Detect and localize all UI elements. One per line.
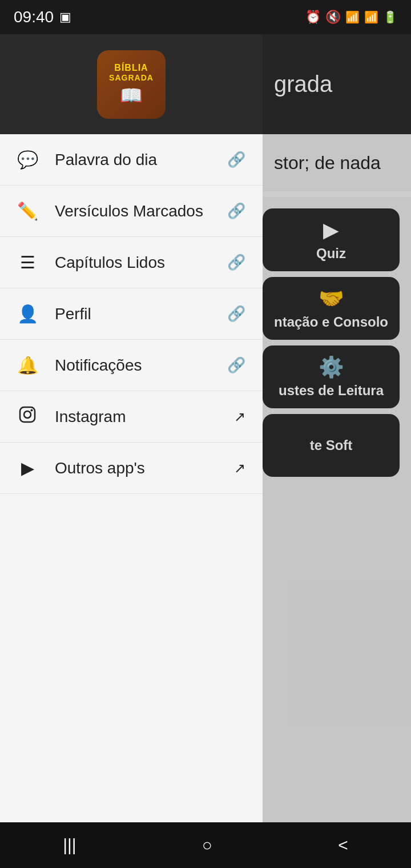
screen-icon: ▣	[59, 10, 71, 25]
navigation-drawer: BÍBLIA SAGRADA 📖 💬 Palavra do dia 🔗 ✏️ V…	[0, 34, 263, 868]
itesoft-button[interactable]: te Soft	[263, 414, 400, 477]
outros-label: Outros app's	[55, 459, 145, 477]
battery-icon: 🔋	[383, 10, 397, 24]
back-icon: <	[338, 835, 348, 855]
status-bar: 09:40 ▣ ⏰ 🔇 📶 📶 🔋	[0, 0, 411, 34]
wifi-icon: 📶	[345, 10, 360, 24]
perfil-arrow: 🔗	[227, 305, 245, 323]
capitulos-arrow: 🔗	[227, 254, 245, 271]
notificacoes-arrow: 🔗	[227, 356, 245, 374]
menu-item-perfil[interactable]: 👤 Perfil 🔗	[0, 288, 263, 340]
versiculos-icon: ✏️	[17, 201, 38, 221]
palavra-dia-label: Palavra do dia	[55, 151, 157, 169]
alarm-icon: ⏰	[305, 10, 321, 25]
menu-item-left-outros: ▶ Outros app's	[17, 458, 145, 478]
perfil-label: Perfil	[55, 305, 91, 323]
perfil-icon: 👤	[17, 304, 38, 324]
outros-icon: ▶	[17, 458, 38, 478]
itesoft-label: te Soft	[310, 437, 353, 453]
verse-text: stor; de nada	[274, 152, 381, 174]
nav-back-button[interactable]: <	[321, 830, 365, 861]
menu-item-left-notificacoes: 🔔 Notificações	[17, 355, 142, 375]
instagram-icon	[17, 406, 38, 427]
bottom-navigation: ||| ○ <	[0, 822, 411, 868]
mute-icon: 🔇	[325, 10, 341, 25]
app-logo: BÍBLIA SAGRADA 📖	[97, 50, 166, 119]
logo-title-line2: SAGRADA	[109, 73, 154, 82]
logo-book-icon: 📖	[120, 85, 143, 106]
palavra-dia-arrow: 🔗	[227, 151, 245, 168]
status-icons-group: ⏰ 🔇 📶 📶 🔋	[305, 10, 397, 25]
notificacoes-label: Notificações	[55, 356, 142, 375]
versiculos-arrow: 🔗	[227, 202, 245, 220]
menu-item-outros[interactable]: ▶ Outros app's ↗	[0, 443, 263, 494]
recent-icon: |||	[63, 835, 76, 855]
svg-rect-0	[20, 407, 35, 422]
menu-item-left-instagram: Instagram	[17, 406, 126, 427]
versiculos-label: Versículos Marcados	[55, 202, 203, 220]
consolacao-button[interactable]: 🤝 ntação e Consolo	[263, 277, 400, 340]
logo-title-line1: BÍBLIA	[114, 63, 148, 73]
quiz-label: Quiz	[316, 246, 346, 262]
svg-point-1	[24, 411, 31, 418]
home-icon: ○	[202, 835, 212, 855]
menu-item-left-palavra: 💬 Palavra do dia	[17, 150, 157, 170]
palavra-dia-icon: 💬	[17, 150, 38, 170]
instagram-label: Instagram	[55, 408, 126, 426]
capitulos-label: Capítulos Lidos	[55, 254, 165, 272]
nav-recent-button[interactable]: |||	[46, 830, 93, 861]
menu-item-notificacoes[interactable]: 🔔 Notificações 🔗	[0, 340, 263, 391]
signal-icon: 📶	[364, 10, 378, 24]
menu-item-versiculos[interactable]: ✏️ Versículos Marcados 🔗	[0, 186, 263, 237]
status-time-area: 09:40 ▣	[14, 8, 71, 26]
instagram-arrow: ↗	[234, 409, 245, 425]
menu-item-left-capitulos: ☰ Capítulos Lidos	[17, 252, 165, 272]
right-header-title: grada	[274, 71, 332, 97]
drawer-header: BÍBLIA SAGRADA 📖	[0, 34, 263, 134]
svg-point-2	[31, 409, 33, 412]
quiz-icon: ▶	[323, 218, 339, 242]
nav-home-button[interactable]: ○	[185, 830, 229, 861]
consolacao-label: ntação e Consolo	[274, 314, 388, 330]
time-display: 09:40	[14, 8, 54, 26]
quiz-button[interactable]: ▶ Quiz	[263, 208, 400, 271]
menu-item-left-perfil: 👤 Perfil	[17, 304, 91, 324]
ajustes-icon: ⚙️	[319, 355, 344, 379]
notificacoes-icon: 🔔	[17, 355, 38, 375]
capitulos-icon: ☰	[17, 252, 38, 272]
ajustes-label: ustes de Leitura	[279, 383, 384, 399]
menu-item-capitulos[interactable]: ☰ Capítulos Lidos 🔗	[0, 237, 263, 288]
ajustes-button[interactable]: ⚙️ ustes de Leitura	[263, 345, 400, 408]
drawer-menu: 💬 Palavra do dia 🔗 ✏️ Versículos Marcado…	[0, 134, 263, 868]
menu-item-left-versiculos: ✏️ Versículos Marcados	[17, 201, 203, 221]
menu-item-palavra-dia[interactable]: 💬 Palavra do dia 🔗	[0, 134, 263, 186]
consolacao-icon: 🤝	[319, 287, 344, 311]
main-layout: grada stor; de nada ▶ Quiz 🤝 ntação e Co…	[0, 34, 411, 868]
menu-item-instagram[interactable]: Instagram ↗	[0, 391, 263, 443]
outros-arrow: ↗	[234, 460, 245, 476]
